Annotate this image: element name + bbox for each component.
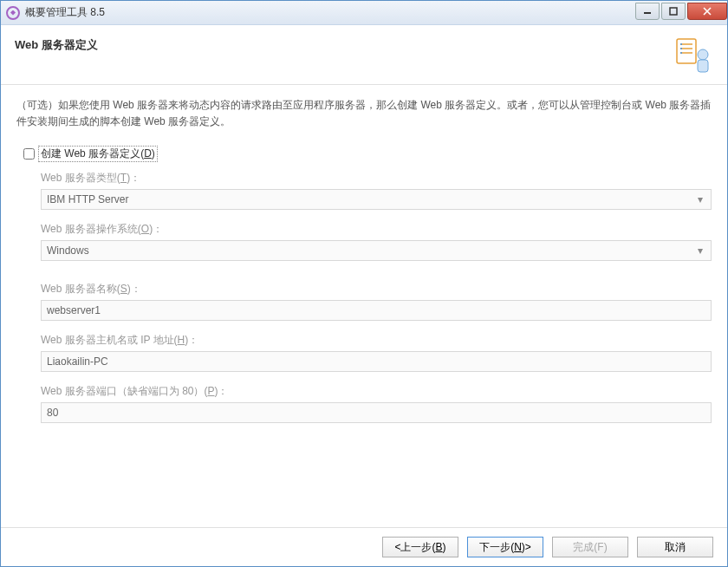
app-icon [6, 6, 20, 20]
minimize-icon [643, 7, 652, 16]
svg-rect-4 [677, 39, 696, 63]
create-definition-label[interactable]: 创建 Web 服务器定义(D) [38, 146, 158, 162]
server-name-label: Web 服务器名称(S)： [41, 282, 712, 297]
server-type-select[interactable]: IBM HTTP Server ▾ [41, 189, 712, 210]
window-title: 概要管理工具 8.5 [25, 5, 634, 20]
server-host-group: Web 服务器主机名或 IP 地址(H)： [41, 333, 712, 372]
server-port-label: Web 服务器端口（缺省端口为 80）(P)： [41, 384, 712, 399]
server-os-value: Windows [47, 244, 89, 257]
chevron-down-icon: ▾ [693, 244, 707, 257]
window-controls [634, 3, 727, 20]
server-name-group: Web 服务器名称(S)： [41, 282, 712, 321]
svg-rect-1 [670, 8, 677, 15]
maximize-icon [669, 7, 678, 16]
back-button[interactable]: <上一步(B) [382, 537, 458, 557]
cancel-button[interactable]: 取消 [637, 537, 713, 557]
page-title: Web 服务器定义 [15, 36, 672, 53]
wizard-banner-icon [672, 36, 713, 77]
svg-rect-12 [698, 60, 708, 72]
wizard-header: Web 服务器定义 [1, 25, 727, 85]
server-type-group: Web 服务器类型(T)： IBM HTTP Server ▾ [41, 171, 712, 210]
wizard-footer: <上一步(B) 下一步(N)> 完成(F) 取消 [1, 527, 727, 566]
server-host-input[interactable] [41, 351, 712, 372]
svg-point-9 [680, 48, 682, 49]
create-definition-checkbox[interactable] [23, 148, 35, 160]
next-button[interactable]: 下一步(N)> [467, 537, 543, 557]
close-button[interactable] [687, 3, 727, 20]
server-os-label: Web 服务器操作系统(O)： [41, 222, 712, 237]
server-port-group: Web 服务器端口（缺省端口为 80）(P)： [41, 384, 712, 423]
create-definition-row: 创建 Web 服务器定义(D) [23, 146, 712, 162]
svg-point-10 [680, 52, 682, 54]
server-port-input[interactable] [41, 402, 712, 423]
app-window: 概要管理工具 8.5 Web 服务器定义 [0, 0, 728, 567]
page-description: （可选）如果您使用 Web 服务器来将动态内容的请求路由至应用程序服务器，那么创… [16, 97, 712, 130]
server-host-label: Web 服务器主机名或 IP 地址(H)： [41, 333, 712, 348]
finish-button[interactable]: 完成(F) [552, 537, 628, 557]
close-icon [702, 7, 712, 16]
server-type-value: IBM HTTP Server [47, 193, 128, 205]
server-os-select[interactable]: Windows ▾ [41, 240, 712, 261]
server-name-input[interactable] [41, 300, 712, 321]
svg-point-11 [698, 49, 708, 60]
maximize-button[interactable] [661, 3, 686, 20]
titlebar: 概要管理工具 8.5 [1, 1, 727, 25]
server-type-label: Web 服务器类型(T)： [41, 171, 712, 186]
svg-point-8 [680, 43, 682, 45]
minimize-button[interactable] [635, 3, 660, 20]
chevron-down-icon: ▾ [693, 192, 707, 206]
wizard-content: （可选）如果您使用 Web 服务器来将动态内容的请求路由至应用程序服务器，那么创… [1, 85, 727, 527]
server-os-group: Web 服务器操作系统(O)： Windows ▾ [41, 222, 712, 261]
